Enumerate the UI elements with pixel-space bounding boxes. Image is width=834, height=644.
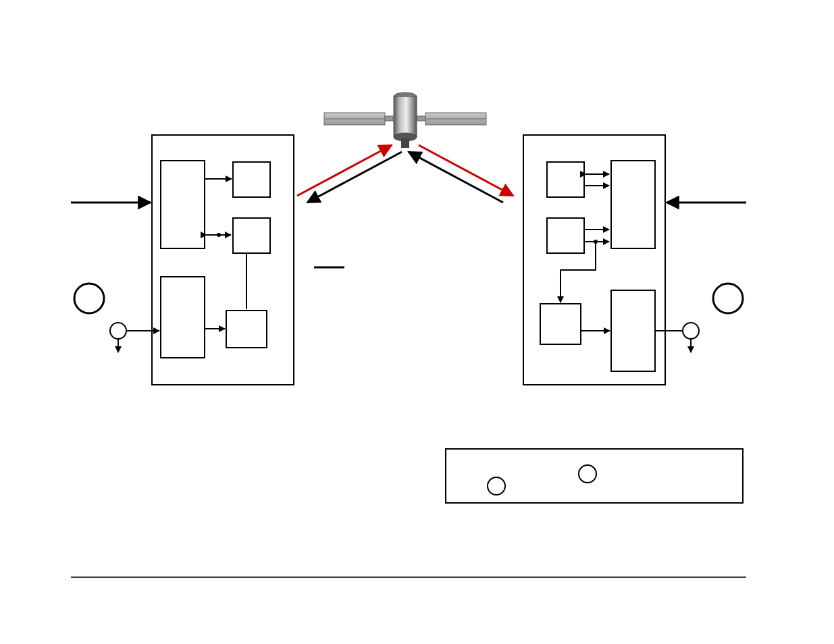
svg-rect-7 [394,97,417,137]
device-panel [446,449,743,503]
right-demodulator-block [547,218,584,253]
right-tap-circle [683,323,699,339]
right-terminal-block [523,135,665,385]
diagram-canvas: Input Input [0,0,834,644]
right-ref-circle [713,284,743,313]
left-modulator-block [233,162,270,197]
device-knob-left [488,477,505,495]
left-tap-circle [110,323,126,339]
left-demux-block [161,277,205,358]
left-lower-small-block [226,311,267,348]
left-terminal-block [152,135,294,385]
left-mux-block [161,161,205,248]
downlink-right-arrow [419,145,513,196]
left-demodulator-block [233,218,270,253]
right-demux-block [611,290,655,371]
right-mux-block [611,161,655,248]
downlink-left-arrow [307,152,402,203]
svg-rect-4 [385,116,393,121]
satellite-icon [324,92,486,148]
right-lower-small-block [540,304,581,344]
right-step-link [561,242,596,302]
left-ref-circle [74,284,104,313]
svg-rect-9 [401,138,409,148]
uplink-left-arrow [297,145,392,196]
svg-rect-5 [417,116,425,121]
right-modulator-block [547,162,584,197]
device-knob-right [579,465,596,483]
uplink-right-arrow [409,152,503,203]
